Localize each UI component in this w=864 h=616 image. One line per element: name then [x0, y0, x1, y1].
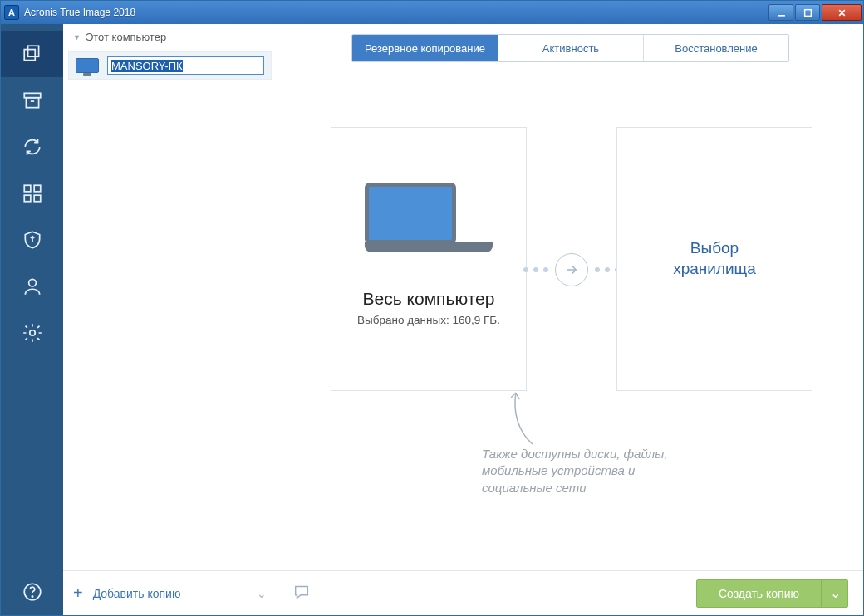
add-backup-button[interactable]: + Добавить копию ⌄ — [63, 570, 277, 615]
app-window: A Acronis True Image 2018 — [0, 0, 864, 616]
destination-label: Выбор хранилища — [673, 238, 756, 279]
source-panel[interactable]: Весь компьютер Выбрано данных: 160,9 ГБ. — [331, 127, 527, 391]
main-pane: Резервное копирование Активность Восстан… — [277, 24, 863, 615]
tabs: Резервное копирование Активность Восстан… — [277, 24, 863, 69]
destination-line2: хранилища — [673, 259, 756, 280]
svg-rect-10 — [34, 185, 41, 192]
window-controls — [768, 4, 862, 21]
create-backup-button[interactable]: Создать копию ⌄ — [696, 579, 848, 608]
nav-settings[interactable] — [1, 310, 63, 356]
tab-activity-label: Активность — [542, 42, 599, 55]
hint-line3: социальные сети — [482, 480, 690, 496]
tab-backup-label: Резервное копирование — [365, 42, 485, 55]
svg-rect-7 — [26, 98, 38, 108]
help-icon — [22, 581, 43, 603]
copies-icon — [22, 43, 43, 65]
svg-rect-9 — [24, 185, 31, 192]
hint-text: Также доступны диски, файлы, мобильные у… — [482, 446, 690, 496]
side-header[interactable]: ▼ Этот компьютер — [63, 24, 277, 50]
shield-icon — [22, 229, 43, 251]
destination-panel[interactable]: Выбор хранилища — [616, 127, 812, 391]
close-button[interactable] — [822, 4, 862, 21]
svg-rect-5 — [24, 50, 35, 61]
nav-protection[interactable] — [1, 217, 63, 263]
app-icon-letter: A — [8, 7, 15, 17]
svg-rect-4 — [27, 46, 38, 56]
app-body: ▼ Этот компьютер + Добавить копию ⌄ Резе… — [1, 24, 863, 615]
nav-help[interactable] — [1, 569, 63, 615]
destination-line1: Выбор — [673, 238, 756, 259]
hint-line1: Также доступны диски, файлы, — [482, 446, 690, 462]
bottom-bar: Создать копию ⌄ — [277, 570, 863, 615]
nav-account[interactable] — [1, 263, 63, 310]
person-icon — [22, 276, 43, 297]
app-icon: A — [4, 5, 19, 20]
monitor-icon — [76, 58, 99, 73]
archive-icon — [22, 90, 43, 111]
chevron-down-icon: ▼ — [73, 33, 81, 42]
nav-rail — [1, 24, 63, 615]
minimize-button[interactable] — [768, 4, 793, 21]
svg-point-14 — [29, 330, 35, 336]
sync-icon — [22, 136, 43, 158]
svg-rect-1 — [804, 9, 811, 16]
side-pane: ▼ Этот компьютер + Добавить копию ⌄ — [63, 24, 277, 615]
tab-activity[interactable]: Активность — [498, 35, 643, 61]
nav-tools[interactable] — [1, 170, 63, 217]
add-backup-label: Добавить копию — [93, 587, 181, 600]
create-backup-dropdown[interactable]: ⌄ — [822, 579, 848, 608]
source-subtitle: Выбрано данных: 160,9 ГБ. — [357, 314, 500, 326]
laptop-icon — [365, 183, 493, 252]
hint-line2: мобильные устройства и — [482, 462, 690, 479]
chat-icon[interactable] — [292, 583, 311, 604]
flow-arrow — [523, 253, 620, 286]
side-header-label: Этот компьютер — [86, 31, 166, 43]
titlebar[interactable]: A Acronis True Image 2018 — [1, 1, 863, 24]
nav-backup[interactable] — [1, 31, 63, 77]
plus-icon: + — [73, 584, 83, 603]
gear-icon — [22, 322, 43, 344]
maximize-button[interactable] — [795, 4, 820, 21]
backup-list-item[interactable] — [68, 51, 272, 80]
grid-icon — [22, 183, 43, 204]
tab-restore-label: Восстановление — [675, 42, 757, 55]
nav-archive[interactable] — [1, 77, 63, 124]
create-backup-label: Создать копию — [719, 587, 799, 600]
tab-restore[interactable]: Восстановление — [643, 35, 788, 61]
svg-rect-12 — [34, 195, 41, 202]
chevron-down-icon[interactable]: ⌄ — [257, 587, 267, 600]
canvas: Весь компьютер Выбрано данных: 160,9 ГБ.… — [277, 69, 863, 570]
backup-name-input[interactable] — [107, 56, 264, 75]
hint-arrow-icon — [511, 389, 539, 454]
dots-left — [523, 267, 548, 272]
tab-backup[interactable]: Резервное копирование — [352, 35, 498, 61]
svg-point-13 — [28, 279, 36, 286]
source-title: Весь компьютер — [363, 289, 495, 309]
arrow-right-icon — [555, 253, 588, 286]
svg-rect-11 — [24, 195, 31, 202]
svg-point-16 — [32, 596, 32, 597]
window-title: Acronis True Image 2018 — [24, 7, 768, 18]
nav-sync[interactable] — [1, 124, 63, 170]
